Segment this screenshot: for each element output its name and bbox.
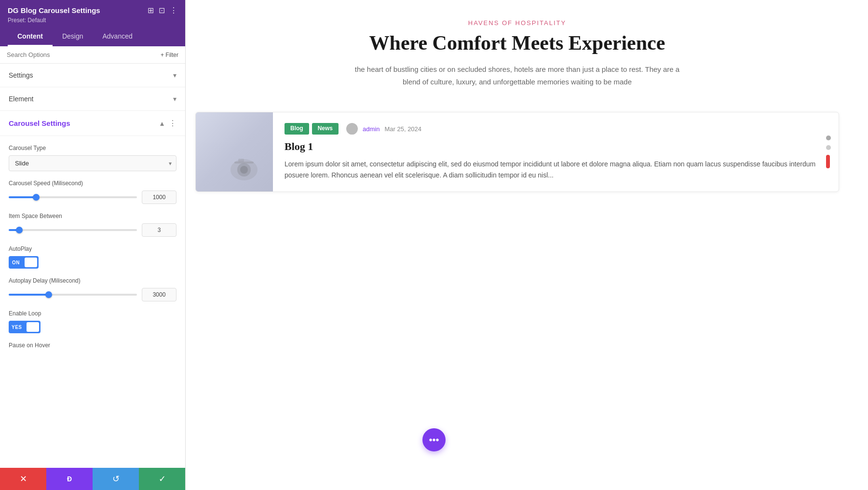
dots-icon[interactable]: ⋮ [170, 6, 177, 15]
carousel-type-select-wrapper: Slide Fade Coverflow ▾ [9, 155, 176, 171]
options-icon[interactable]: ⋮ [169, 119, 176, 128]
enable-loop-toggle[interactable]: YES [9, 321, 41, 333]
panel-header: DG Blog Carousel Settings ⊞ ⊡ ⋮ Preset: … [0, 0, 185, 46]
grid-icon[interactable]: ⊡ [159, 6, 165, 15]
nav-dot-3[interactable] [826, 155, 830, 168]
carousel-settings-header[interactable]: Carousel Settings ▴ ⋮ [0, 111, 185, 136]
element-chevron-icon: ▾ [173, 95, 176, 103]
hero-desc: the heart of bustling cities or on seclu… [349, 63, 686, 88]
svg-point-6 [348, 130, 356, 135]
blog-card-body: Blog News admin Mar 25, 2024 Blog 1 Lore… [273, 112, 839, 191]
element-section-header[interactable]: Element ▾ [0, 87, 185, 111]
autoplay-field: AutoPlay ON [9, 245, 176, 269]
panel-scroll: Settings ▾ Element ▾ Carousel Settings ▴… [0, 64, 185, 468]
carousel-speed-slider-row: 1000 [9, 191, 176, 204]
author-avatar [346, 123, 358, 135]
filter-button[interactable]: + Filter [154, 48, 185, 62]
nav-dot-1[interactable] [826, 136, 831, 140]
autoplay-delay-slider-row: 3000 [9, 288, 176, 301]
post-excerpt: Lorem ipsum dolor sit amet, consectetur … [285, 159, 827, 181]
bottom-toolbar: ✕ Ð ↺ ✓ [0, 468, 185, 490]
autoplay-label: AutoPlay [9, 245, 176, 252]
tab-design[interactable]: Design [53, 27, 93, 46]
item-space-field: Item Space Between 3 [9, 213, 176, 237]
settings-section-title: Settings [9, 71, 33, 79]
close-button[interactable]: ✕ [0, 468, 46, 490]
tab-advanced[interactable]: Advanced [93, 27, 142, 46]
search-bar: + Filter [0, 46, 185, 64]
post-date: Mar 25, 2024 [384, 125, 421, 133]
carousel-speed-value[interactable]: 1000 [142, 191, 176, 204]
collapse-icon[interactable]: ▴ [160, 119, 164, 128]
avatar-icon [346, 123, 358, 135]
window-icon[interactable]: ⊞ [148, 6, 154, 15]
refresh-button[interactable]: ↺ [93, 468, 139, 490]
blog-card-image [196, 112, 273, 191]
search-input[interactable] [0, 46, 154, 63]
panel-tabs: Content Design Advanced [8, 27, 177, 46]
carousel-speed-label: Carousel Speed (Milisecond) [9, 180, 176, 187]
enable-loop-field: Enable Loop YES [9, 310, 176, 333]
item-space-label: Item Space Between [9, 213, 176, 219]
autoplay-on-label: ON [9, 258, 23, 268]
svg-rect-4 [238, 159, 244, 162]
left-panel: DG Blog Carousel Settings ⊞ ⊡ ⋮ Preset: … [0, 0, 186, 490]
element-section-title: Element [9, 95, 33, 103]
settings-chevron-icon: ▾ [173, 71, 176, 79]
autoplay-delay-label: Autoplay Delay (Milisecond) [9, 277, 176, 284]
autoplay-delay-field: Autoplay Delay (Milisecond) 3000 [9, 277, 176, 301]
autoplay-delay-slider[interactable] [9, 294, 137, 296]
svg-rect-3 [234, 162, 254, 163]
panel-title: DG Blog Carousel Settings [8, 6, 100, 14]
page-hero: HAVENS OF HOSPITALITY Where Comfort Meet… [195, 19, 839, 102]
camera-illustration [225, 153, 263, 182]
item-space-value[interactable]: 3 [142, 223, 176, 237]
blog-card: Blog News admin Mar 25, 2024 Blog 1 Lore… [195, 112, 839, 192]
carousel-type-field: Carousel Type Slide Fade Coverflow ▾ [9, 145, 176, 171]
divi-button[interactable]: Ð [46, 468, 93, 490]
tag-row: Blog News admin Mar 25, 2024 [285, 123, 827, 135]
carousel-speed-slider[interactable] [9, 196, 137, 198]
autoplay-toggle[interactable]: ON [9, 256, 39, 269]
meta-row: admin Mar 25, 2024 [346, 123, 421, 135]
carousel-settings-icons: ▴ ⋮ [160, 119, 176, 128]
panel-title-icons: ⊞ ⊡ ⋮ [148, 6, 177, 15]
svg-point-2 [240, 166, 248, 174]
tab-content[interactable]: Content [8, 27, 53, 46]
enable-loop-thumb [27, 322, 39, 332]
item-space-slider-row: 3 [9, 223, 176, 237]
right-content: HAVENS OF HOSPITALITY Where Comfort Meet… [186, 0, 868, 490]
author-name[interactable]: admin [363, 125, 380, 133]
enable-loop-yes-label: YES [9, 322, 25, 332]
tag-news[interactable]: News [312, 123, 339, 135]
svg-point-5 [350, 124, 354, 129]
carousel-type-select[interactable]: Slide Fade Coverflow [9, 155, 176, 171]
nav-dots [826, 136, 831, 168]
item-space-slider[interactable] [9, 229, 137, 231]
fab-button[interactable]: ••• [422, 428, 446, 451]
carousel-settings-title: Carousel Settings [9, 119, 70, 127]
enable-loop-label: Enable Loop [9, 310, 176, 317]
autoplay-delay-value[interactable]: 3000 [142, 288, 176, 301]
carousel-speed-field: Carousel Speed (Milisecond) 1000 [9, 180, 176, 204]
post-title: Blog 1 [285, 140, 827, 153]
hero-title: Where Comfort Meets Experience [215, 31, 820, 54]
nav-dot-2[interactable] [826, 145, 831, 150]
fab-icon: ••• [429, 435, 439, 446]
hero-subtitle: HAVENS OF HOSPITALITY [215, 19, 820, 27]
settings-section-header[interactable]: Settings ▾ [0, 64, 185, 87]
panel-title-row: DG Blog Carousel Settings ⊞ ⊡ ⋮ [8, 6, 177, 15]
tag-blog[interactable]: Blog [285, 123, 309, 135]
panel-body: Carousel Type Slide Fade Coverflow ▾ Car… [0, 136, 185, 362]
confirm-button[interactable]: ✓ [139, 468, 185, 490]
pause-hover-label: Pause on Hover [9, 342, 176, 349]
carousel-type-label: Carousel Type [9, 145, 176, 151]
panel-preset[interactable]: Preset: Default [8, 17, 177, 24]
autoplay-thumb [25, 258, 37, 267]
pause-hover-field: Pause on Hover [9, 342, 176, 349]
